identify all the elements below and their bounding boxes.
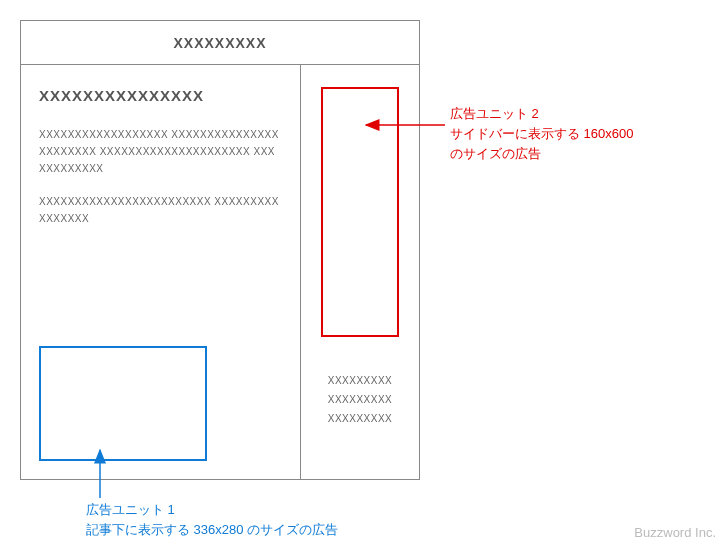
annotation-ad-unit-2: 広告ユニット 2 サイドバーに表示する 160x600 のサイズの広告 (450, 104, 634, 164)
annotation-line: サイドバーに表示する 160x600 (450, 124, 634, 144)
annotation-ad-unit-1: 広告ユニット 1 記事下に表示する 336x280 のサイズの広告 (86, 500, 338, 540)
annotation-title: 広告ユニット 1 (86, 502, 175, 517)
annotation-line: 記事下に表示する 336x280 のサイズの広告 (86, 522, 338, 537)
arrow-ad-unit-1 (0, 0, 728, 548)
annotation-title: 広告ユニット 2 (450, 104, 634, 124)
annotation-line: のサイズの広告 (450, 144, 634, 164)
brand-watermark: Buzzword Inc. (634, 525, 716, 540)
